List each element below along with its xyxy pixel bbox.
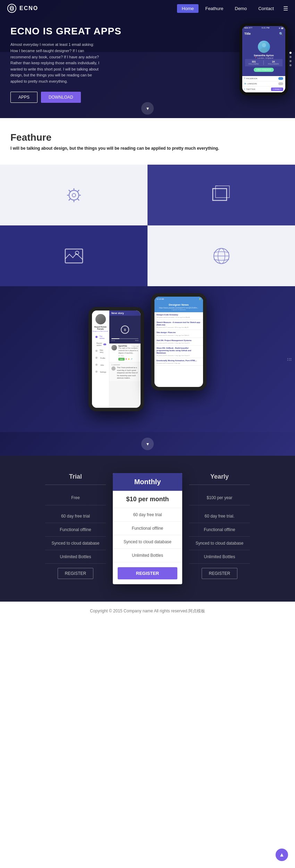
find-friends-button[interactable]: FIND FRIENDS <box>254 68 274 72</box>
footer: Copyright © 2015 Company name All rights… <box>0 602 295 620</box>
trial-feature-2: Functional offline <box>45 523 106 537</box>
yearly-feature-2: Functional offline <box>189 523 250 537</box>
sidebar-item-recent-stories[interactable]: Recent stories 3 <box>93 341 108 347</box>
nav-home[interactable]: Home <box>177 4 199 13</box>
dn-item-5[interactable]: Show DN: GitBook - Build beautiful progr… <box>154 346 203 358</box>
hero-content: ECNO IS GREAT APPS Almost everyday I rec… <box>0 5 246 113</box>
svg-point-3 <box>260 48 268 53</box>
dn-list: Design+Code Giveaway 100 points and 24 c… <box>154 312 203 366</box>
dn-item-2[interactable]: Sketch Measure - A measure tool for Sket… <box>154 320 203 330</box>
nav-feature[interactable]: Feathure <box>200 4 228 13</box>
save-button[interactable]: SAVE <box>118 358 125 361</box>
twitter-connect-button[interactable]: CONNECT <box>271 88 283 91</box>
story-views: 👁 7863 <box>118 355 138 357</box>
trial-price: Free <box>45 490 106 505</box>
right-phone-screen: 10:18 AM🔋 Designer News https://www.yout… <box>154 297 203 387</box>
drag-handle-right: ⠿ <box>286 357 292 361</box>
monthly-feature-1: 60 day free trial <box>113 508 182 522</box>
phone-screen: ●●● ATT6:21 PM⊕ ▮▮ Title 🔍 Samantha Ayrt… <box>242 26 285 92</box>
logo-icon <box>7 3 17 13</box>
scroll-down-button-2[interactable]: ▾ <box>141 438 154 450</box>
content-area: Neve story ⏸ 21:1278:02 SpiritTi <box>109 311 141 408</box>
story-actions: SAVE ♥ ★ ↗ <box>118 358 138 361</box>
scroll-indicator[interactable]: ▾ <box>141 102 154 115</box>
linkedin-toggle[interactable] <box>278 82 283 85</box>
feature-cell-image <box>0 225 148 286</box>
sidebar-item-top-stories[interactable]: Top stories <box>93 334 108 340</box>
hero-section: ECNO IS GREAT APPS Almost everyday I rec… <box>0 0 295 118</box>
feature-cell-layout <box>148 165 295 225</box>
dn-title: Designer News <box>157 303 201 306</box>
trial-plan-name: Trial <box>45 473 106 485</box>
monthly-register-button[interactable]: REGISTER <box>118 567 177 579</box>
dot-3[interactable] <box>289 60 292 62</box>
dot-2[interactable] <box>289 56 292 58</box>
nav-contact[interactable]: Contact <box>253 4 279 13</box>
star-button[interactable]: ★ <box>128 358 130 361</box>
hamburger-icon[interactable]: ☰ <box>283 5 288 12</box>
social-item-twitter: t TWITTER CONNECT <box>242 86 285 92</box>
phone-search-icon[interactable]: 🔍 <box>279 32 283 36</box>
share-button[interactable]: ↗ <box>130 358 133 361</box>
sidebar-avatar <box>95 314 106 324</box>
like-button[interactable]: ♥ <box>125 358 127 361</box>
hero-phone: ●●● ATT6:21 PM⊕ ▮▮ Title 🔍 Samantha Ayrt… <box>239 23 288 95</box>
pricing-section: Trial Free 60 day free trial Functional … <box>0 456 295 602</box>
yearly-price: $100 per year <box>189 490 250 505</box>
svg-point-2 <box>262 43 266 47</box>
dn-votes: 1 upvote / 0 downvotes <box>157 309 201 311</box>
phone-mockup: ●●● ATT6:21 PM⊕ ▮▮ Title 🔍 Samantha Ayrt… <box>239 23 288 95</box>
layout-icon <box>209 183 234 207</box>
profile-name: Samantha Ayrton <box>245 54 283 57</box>
settings-icon <box>62 183 86 207</box>
yearly-feature-4: Unlimited Bottles <box>189 550 250 564</box>
svg-line-10 <box>69 190 70 192</box>
phone-status-bar: ●●● ATT6:21 PM⊕ ▮▮ <box>242 26 285 30</box>
sidebar-user-name: Raquel Román Parrado <box>92 326 109 330</box>
sidebar-item-profile[interactable]: Profile <box>93 355 108 361</box>
facebook-toggle[interactable] <box>278 77 283 80</box>
yearly-register-button[interactable]: REGISTER <box>202 568 237 579</box>
feature-title: Feathure <box>10 132 285 143</box>
svg-point-1 <box>11 7 13 9</box>
svg-point-26 <box>95 357 98 359</box>
monthly-feature-3: Synced to cloud database <box>113 535 182 549</box>
dn-item-3[interactable]: Site design: Flaer.me 56 points and 13 c… <box>154 330 203 338</box>
trial-register-button[interactable]: REGISTER <box>58 568 93 579</box>
svg-line-12 <box>77 190 79 192</box>
svg-point-0 <box>8 4 16 13</box>
svg-rect-14 <box>213 189 227 200</box>
trial-feature-4: Unlimited Bottles <box>45 550 106 564</box>
svg-rect-15 <box>216 186 229 198</box>
dn-item-1[interactable]: Design+Code Giveaway 100 points and 24 c… <box>154 312 203 320</box>
nav-demo[interactable]: Demo <box>230 4 252 13</box>
apps-button[interactable]: APPS <box>10 92 37 103</box>
hero-description: Almost everyday I receive at least 1 ema… <box>10 42 101 84</box>
avatar <box>258 41 270 53</box>
logo[interactable]: ECNO <box>7 3 38 13</box>
sidebar-item-settings[interactable]: Settings <box>93 369 108 375</box>
phone-showcase: Raquel Román Parrado Designer at WebCama… <box>0 286 295 432</box>
dot-4[interactable] <box>289 64 292 66</box>
download-button[interactable]: DOWNLOAD <box>41 92 81 103</box>
right-phone: 10:18 AM🔋 Designer News https://www.yout… <box>151 293 206 390</box>
sidebar-item-new-story[interactable]: New story <box>93 348 108 354</box>
play-button[interactable]: ⏸ <box>121 325 129 334</box>
dn-item-4[interactable]: Ask DN: Project Management Systems 40 po… <box>154 338 203 346</box>
dot-1[interactable] <box>289 52 292 54</box>
sidebar-item-jobs[interactable]: Jobs <box>93 362 108 368</box>
profile-location: 📍 London, England <box>245 57 283 59</box>
social-item-facebook: f FACEBOOK <box>242 76 285 81</box>
nav-links: Home Feathure Demo Contact ☰ <box>177 4 288 13</box>
story-avatar <box>111 345 117 350</box>
feature-cell-settings <box>0 165 148 225</box>
dn-item-6[interactable]: Emotionally Moving Animation, Pure HTML.… <box>154 358 203 366</box>
sidebar-menu: Top stories Recent stories 3 New story <box>92 334 109 406</box>
monthly-feature-4: Unlimited Bottles <box>113 549 182 562</box>
scroll-down-button[interactable]: ▾ <box>141 102 154 115</box>
navbar: ECNO Home Feathure Demo Contact ☰ <box>0 0 295 17</box>
scroll-indicator-2[interactable]: ▾ <box>0 432 295 456</box>
social-item-linkedin: in LINKEDIN <box>242 81 285 86</box>
story-text: The sight of the numbers restored but it… <box>118 347 138 354</box>
profile-section: Samantha Ayrton 📍 London, England 331FOL… <box>242 38 285 76</box>
